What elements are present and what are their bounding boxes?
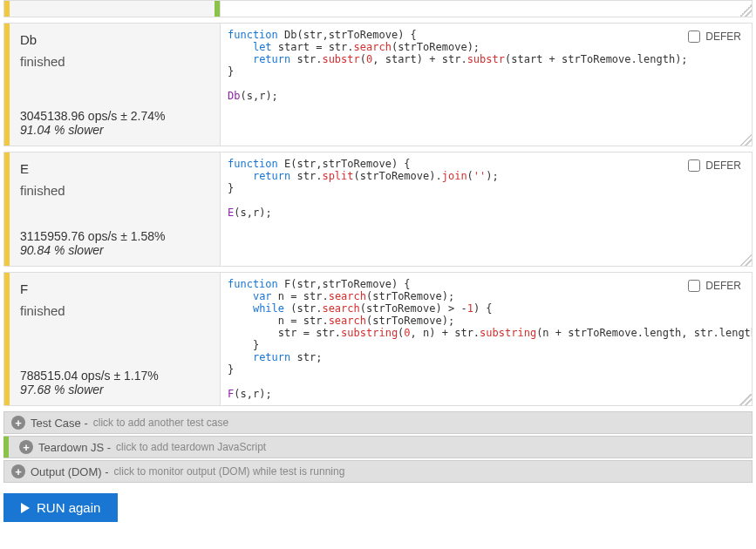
test-case-top bbox=[3, 0, 753, 17]
run-label: RUN again bbox=[37, 500, 100, 515]
info-col bbox=[10, 1, 221, 17]
play-icon bbox=[21, 503, 30, 513]
plus-icon: + bbox=[11, 464, 25, 478]
defer-label: DEFER bbox=[705, 280, 741, 292]
defer-label: DEFER bbox=[705, 30, 741, 43]
defer-label: DEFER bbox=[705, 159, 741, 172]
code-editor[interactable]: function E(str,strToRemove) { return str… bbox=[221, 152, 752, 266]
defer-toggle[interactable]: DEFER bbox=[688, 159, 741, 172]
add-test-case-panel[interactable]: + Test Case - click to add another test … bbox=[3, 411, 753, 434]
defer-checkbox[interactable] bbox=[688, 280, 700, 292]
test-case-E: Efinished3115959.76 ops/s ± 1.58%90.84 %… bbox=[3, 152, 753, 267]
resize-handle[interactable] bbox=[739, 133, 752, 146]
ops-result: 788515.04 ops/s ± 1.17% bbox=[20, 369, 209, 383]
panel-desc: click to add teardown JavaScript bbox=[116, 441, 266, 453]
fastest-stripe bbox=[215, 1, 220, 17]
defer-checkbox[interactable] bbox=[688, 30, 700, 43]
slower-result: 97.68 % slower bbox=[20, 383, 209, 396]
resize-handle[interactable] bbox=[739, 254, 752, 266]
stripe bbox=[3, 437, 9, 458]
ops-result: 3115959.76 ops/s ± 1.58% bbox=[20, 229, 209, 243]
code-editor[interactable]: function Db(str,strToRemove) { let start… bbox=[221, 24, 752, 146]
info-col: Efinished3115959.76 ops/s ± 1.58%90.84 %… bbox=[10, 152, 221, 266]
resize-handle[interactable] bbox=[739, 4, 752, 17]
run-again-button[interactable]: RUN again bbox=[3, 493, 118, 522]
ops-result: 3045138.96 ops/s ± 2.74% bbox=[20, 109, 209, 123]
resize-handle[interactable] bbox=[739, 393, 752, 405]
teardown-panel[interactable]: + Teardown JS - click to add teardown Ja… bbox=[3, 436, 753, 458]
code-area[interactable] bbox=[221, 1, 752, 17]
info-col: Dbfinished3045138.96 ops/s ± 2.74%91.04 … bbox=[10, 24, 221, 146]
test-status: finished bbox=[20, 183, 209, 198]
plus-icon: + bbox=[19, 440, 33, 454]
output-panel[interactable]: + Output (DOM) - click to monitor output… bbox=[3, 460, 753, 483]
slower-result: 91.04 % slower bbox=[20, 123, 209, 137]
test-name[interactable]: F bbox=[20, 281, 209, 296]
panel-label: Test Case - bbox=[31, 417, 88, 430]
test-name[interactable]: Db bbox=[20, 32, 209, 47]
panel-desc: click to monitor output (DOM) while test… bbox=[114, 465, 345, 478]
defer-checkbox[interactable] bbox=[688, 159, 700, 172]
test-status: finished bbox=[20, 303, 209, 318]
test-status: finished bbox=[20, 54, 209, 69]
panel-label: Teardown JS - bbox=[38, 441, 111, 454]
defer-toggle[interactable]: DEFER bbox=[688, 280, 741, 292]
info-col: Ffinished788515.04 ops/s ± 1.17%97.68 % … bbox=[10, 273, 221, 405]
panel-desc: click to add another test case bbox=[93, 417, 228, 429]
defer-toggle[interactable]: DEFER bbox=[688, 30, 741, 43]
code-editor[interactable]: function F(str,strToRemove) { var n = st… bbox=[221, 273, 752, 405]
slower-result: 90.84 % slower bbox=[20, 243, 209, 257]
test-case-Db: Dbfinished3045138.96 ops/s ± 2.74%91.04 … bbox=[3, 23, 753, 146]
test-name[interactable]: E bbox=[20, 161, 209, 176]
test-case-F: Ffinished788515.04 ops/s ± 1.17%97.68 % … bbox=[3, 272, 753, 406]
panel-label: Output (DOM) - bbox=[31, 465, 109, 478]
plus-icon: + bbox=[11, 416, 25, 430]
